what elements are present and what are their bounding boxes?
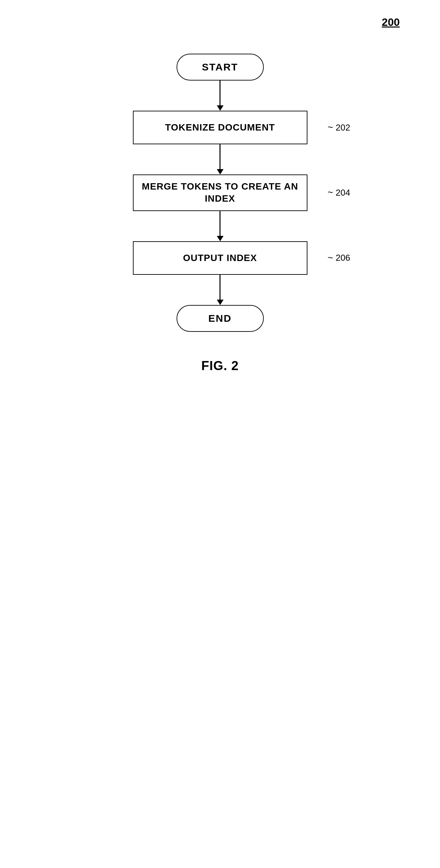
arrow-line-1 (219, 81, 221, 105)
squiggle-206 (328, 253, 333, 264)
ref-202: 202 (328, 122, 350, 133)
arrow-head-1 (217, 105, 224, 111)
process-box-204: MERGE TOKENS TO CREATE AN INDEX 204 (133, 175, 307, 211)
arrow-head-4 (217, 300, 224, 305)
ref-206: 206 (328, 253, 350, 264)
arrow-start-to-202 (217, 81, 224, 111)
arrow-204-to-206 (217, 211, 224, 241)
squiggle-202 (328, 122, 333, 133)
end-node: END (177, 305, 264, 332)
page-container: 200 START TOKENIZE DOCUMENT 202 MERGE TO… (0, 0, 440, 868)
ref-204: 204 (328, 187, 350, 198)
squiggle-204 (328, 187, 333, 198)
process-box-202: TOKENIZE DOCUMENT 202 (133, 111, 307, 144)
diagram-number: 200 (382, 16, 400, 29)
ref-number-206: 206 (335, 253, 350, 263)
arrow-line-4 (219, 275, 221, 300)
ref-number-202: 202 (335, 122, 350, 133)
flowchart: START TOKENIZE DOCUMENT 202 MERGE TOKENS… (133, 54, 307, 393)
fig-label: FIG. 2 (201, 359, 239, 373)
arrow-line-2 (219, 144, 221, 169)
process-label-202: TOKENIZE DOCUMENT (165, 121, 275, 133)
process-box-206: OUTPUT INDEX 206 (133, 241, 307, 275)
arrow-206-to-end (217, 275, 224, 305)
end-label: END (208, 313, 232, 324)
arrow-line-3 (219, 211, 221, 236)
arrow-202-to-204 (217, 144, 224, 175)
arrow-head-2 (217, 169, 224, 175)
process-label-206: OUTPUT INDEX (183, 252, 257, 264)
process-label-204: MERGE TOKENS TO CREATE AN INDEX (140, 181, 300, 205)
start-node: START (177, 54, 264, 81)
ref-number-204: 204 (335, 188, 350, 198)
arrow-head-3 (217, 236, 224, 241)
start-label: START (202, 61, 238, 73)
